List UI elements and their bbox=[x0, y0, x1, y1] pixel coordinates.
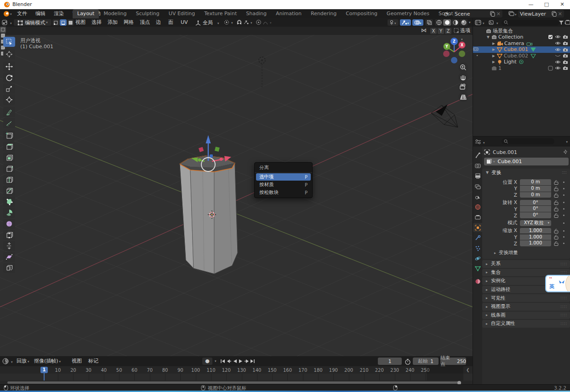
snap-target-dropdown[interactable]: ▾ bbox=[243, 19, 254, 25]
play-button[interactable] bbox=[238, 358, 244, 364]
playhead-label[interactable]: 1 bbox=[40, 367, 48, 373]
mode-dropdown[interactable]: 编辑模式▾ bbox=[14, 19, 51, 26]
lock-icon[interactable] bbox=[554, 206, 559, 211]
context-item-按松散块[interactable]: 按松散块P bbox=[256, 189, 311, 196]
shading-dropdown-caret[interactable]: ▾ bbox=[469, 21, 471, 24]
lock-icon[interactable] bbox=[554, 193, 559, 198]
new-collection-button[interactable] bbox=[565, 19, 570, 25]
outliner-row-Light[interactable]: ▶Light bbox=[473, 59, 570, 65]
select-mode-vertex-button[interactable] bbox=[52, 19, 59, 26]
auto-keying-button[interactable]: ● bbox=[202, 358, 212, 365]
camera-icon[interactable] bbox=[563, 47, 568, 52]
section-自定义属性[interactable]: ▸自定义属性:::: bbox=[482, 320, 570, 328]
timeline-menu-抠像(插帧)[interactable]: 抠像(插帧)▾ bbox=[34, 356, 61, 367]
stopwatch-icon[interactable] bbox=[405, 358, 411, 365]
maximize-button[interactable]: □ bbox=[539, 0, 554, 9]
workspace-tab-compositing[interactable]: Compositing bbox=[341, 9, 382, 18]
lock-icon[interactable] bbox=[554, 200, 559, 205]
proportional-falloff-dropdown[interactable]: ▾ bbox=[262, 19, 274, 25]
snap-base-icon[interactable] bbox=[453, 28, 460, 34]
camera-icon[interactable] bbox=[563, 41, 568, 45]
tool-poly-build[interactable] bbox=[3, 197, 15, 207]
camera-icon[interactable] bbox=[563, 53, 568, 58]
viewport-menu-网格[interactable]: 网格 bbox=[124, 18, 134, 27]
eye-closed-icon[interactable] bbox=[555, 53, 561, 58]
menu-文件[interactable]: 文件 bbox=[13, 9, 31, 18]
shading-rendered-button[interactable] bbox=[460, 19, 467, 26]
lock-icon[interactable] bbox=[554, 213, 559, 218]
play-reverse-button[interactable] bbox=[232, 358, 238, 364]
viewport-menu-视图[interactable]: 视图 bbox=[75, 18, 86, 27]
eye-icon[interactable] bbox=[555, 66, 561, 71]
properties-tab-output[interactable] bbox=[473, 171, 482, 181]
pin-icon[interactable] bbox=[563, 149, 568, 155]
eye-icon[interactable] bbox=[555, 41, 561, 45]
workspace-tab-sculpting[interactable]: Sculpting bbox=[131, 9, 164, 18]
timeline-menu-回放[interactable]: 回放▾ bbox=[17, 356, 29, 367]
workspace-tab-rendering[interactable]: Rendering bbox=[306, 9, 341, 18]
scene-canvas[interactable]: Z Y X bbox=[0, 35, 473, 356]
outliner-row-Cube.001[interactable]: ▶Cube.001 bbox=[473, 46, 570, 53]
properties-tab-object[interactable] bbox=[473, 223, 482, 232]
viewport-menu-顶点[interactable]: 顶点 bbox=[140, 18, 150, 27]
viewport-menu-选择[interactable]: 选择 bbox=[91, 18, 102, 27]
outliner-row-1[interactable]: 1 bbox=[473, 65, 570, 72]
tool-rip-region[interactable] bbox=[3, 263, 15, 273]
keying-set-caret[interactable]: ▾ bbox=[215, 359, 217, 363]
menu-编辑[interactable]: 编辑 bbox=[31, 9, 50, 18]
outliner-editor-type-button[interactable]: ▾ bbox=[475, 20, 486, 25]
properties-tab-view-layer[interactable] bbox=[473, 182, 482, 191]
properties-tab-tool[interactable] bbox=[473, 150, 482, 159]
workspace-tab-modeling[interactable]: Modeling bbox=[99, 9, 131, 18]
properties-tab-world[interactable] bbox=[473, 202, 482, 211]
section-视图显示[interactable]: ▸视图显示:::: bbox=[482, 303, 570, 311]
tool-shear[interactable] bbox=[3, 252, 15, 262]
properties-tab-physics[interactable] bbox=[473, 254, 482, 263]
jump-to-start-button[interactable] bbox=[220, 358, 226, 364]
properties-options-caret[interactable]: ▾ bbox=[566, 140, 568, 144]
properties-tab-scene[interactable] bbox=[473, 192, 482, 201]
minimize-button[interactable]: — bbox=[523, 0, 539, 9]
frame-end-field[interactable]: 结束点250 bbox=[440, 358, 466, 365]
shading-wireframe-button[interactable] bbox=[435, 19, 443, 26]
viewport-3d[interactable]: ▾ 编辑模式▾ 视图选择添加网格顶点边面UV 全局▾ ▾ ▾ ▾ ▾ ▾ ▾ ▾… bbox=[0, 18, 473, 356]
close-button[interactable]: ✕ bbox=[554, 0, 570, 9]
properties-search-input[interactable] bbox=[502, 138, 554, 144]
tool-measure[interactable] bbox=[3, 118, 15, 128]
checkbox-empty-icon[interactable] bbox=[548, 66, 553, 71]
checkbox-icon[interactable] bbox=[548, 34, 553, 40]
context-item-按材质[interactable]: 按材质P bbox=[256, 181, 311, 188]
section-线条画[interactable]: ▸线条画:::: bbox=[482, 312, 570, 319]
shading-solid-button[interactable] bbox=[443, 19, 451, 26]
section-关系[interactable]: ▸关系:::: bbox=[482, 260, 570, 268]
symmetry-z-toggle[interactable]: Z bbox=[445, 28, 451, 34]
object-name-field[interactable]: ▾ Cube.001 bbox=[484, 158, 569, 165]
tool-shrink-fatten[interactable] bbox=[3, 241, 15, 251]
tool-move[interactable] bbox=[3, 62, 15, 72]
viewport-menu-添加[interactable]: 添加 bbox=[108, 18, 118, 27]
show-overlays-toggle[interactable]: ▾ bbox=[400, 19, 411, 26]
show-gizmo-toggle[interactable]: ▾ bbox=[388, 19, 399, 26]
previous-keyframe-button[interactable] bbox=[226, 358, 232, 364]
timeline-tracks[interactable] bbox=[0, 374, 473, 381]
section-可见性[interactable]: ▸可见性:::: bbox=[482, 294, 570, 302]
workspace-tab-geometry-nodes[interactable]: Geometry Nodes bbox=[382, 9, 434, 18]
symmetry-x-toggle[interactable]: X bbox=[430, 28, 437, 34]
lock-icon[interactable] bbox=[554, 234, 559, 239]
camera-icon[interactable] bbox=[563, 60, 568, 64]
field-位置 X[interactable]: 0 m bbox=[520, 179, 551, 185]
tool-cursor[interactable] bbox=[3, 49, 15, 59]
properties-tab-object-data[interactable] bbox=[473, 264, 482, 273]
outliner-row-Camera[interactable]: ▶Camera bbox=[473, 40, 570, 47]
lock-icon[interactable] bbox=[554, 241, 559, 246]
mesh-symmetry-icon[interactable]: ⋈ bbox=[421, 27, 427, 34]
jump-to-end-button[interactable] bbox=[250, 358, 256, 364]
select-option-set[interactable] bbox=[0, 27, 6, 33]
tool-extrude[interactable] bbox=[3, 142, 15, 152]
outliner-row-Cube.002[interactable]: •▶Cube.002 bbox=[473, 53, 570, 59]
context-item-选中项[interactable]: 选中项P bbox=[256, 173, 311, 181]
tool-edge-slide[interactable] bbox=[3, 230, 15, 240]
outliner-search-input[interactable] bbox=[502, 20, 559, 26]
field-模式[interactable]: XYZ 欧拉▾ bbox=[520, 220, 551, 226]
eye-icon[interactable] bbox=[555, 34, 561, 40]
